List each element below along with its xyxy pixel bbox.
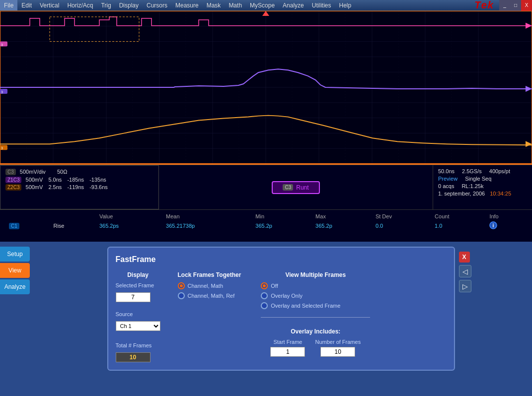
menu-help[interactable]: Help bbox=[335, 0, 355, 10]
start-frame-field: Start Frame bbox=[270, 339, 305, 357]
resolution: 400ps/pt bbox=[489, 168, 510, 174]
num-frames-field: Number of Frames bbox=[315, 339, 361, 357]
view-off-label: Off bbox=[271, 283, 278, 289]
num-frames-input[interactable] bbox=[320, 347, 355, 357]
svg-text:3: 3 bbox=[1, 90, 3, 94]
tab-analyze[interactable]: Analyze bbox=[0, 279, 30, 294]
window-controls: _ □ X bbox=[499, 0, 532, 11]
row-channel: C1 bbox=[5, 220, 49, 231]
time-label: 10:34:25 bbox=[490, 191, 511, 197]
lock-channel-math-ref-radio[interactable] bbox=[178, 292, 185, 299]
timebase: 50.0ns bbox=[438, 168, 455, 174]
tab-setup[interactable]: Setup bbox=[0, 247, 30, 262]
col-type bbox=[49, 212, 95, 220]
menu-edit[interactable]: Edit bbox=[17, 0, 36, 10]
menu-cursors[interactable]: Cursors bbox=[143, 0, 171, 10]
menu-measure[interactable]: Measure bbox=[171, 0, 203, 10]
lock-channel-math[interactable]: Channel, Math bbox=[178, 282, 241, 289]
scope-grid-svg: 3 3 3 bbox=[0, 11, 532, 164]
menu-analyze[interactable]: Analyze bbox=[279, 0, 308, 10]
num-frames-label: Number of Frames bbox=[315, 339, 361, 345]
lock-channel-math-radio[interactable] bbox=[178, 282, 185, 289]
view-off[interactable]: Off bbox=[261, 282, 370, 289]
runt-section: C3 Runt bbox=[159, 165, 433, 209]
col-mean: Mean bbox=[162, 212, 251, 220]
acquisition-status: 50.0ns 2.5GS/s 400ps/pt Preview Single S… bbox=[433, 165, 532, 209]
lock-frames-radio-group: Channel, Math Channel, Math, Ref bbox=[178, 282, 241, 299]
menu-trig[interactable]: Trig bbox=[97, 0, 115, 10]
view-overlay-selected[interactable]: Overlay and Selected Frame bbox=[261, 302, 370, 309]
close-fastframe-button[interactable]: X bbox=[459, 252, 470, 263]
view-overlay-only[interactable]: Overlay Only bbox=[261, 292, 370, 299]
col-info: Info bbox=[485, 212, 527, 220]
menu-display[interactable]: Display bbox=[115, 0, 143, 10]
menu-utilities[interactable]: Utilities bbox=[308, 0, 335, 10]
rl-value: RL:1.25k bbox=[461, 183, 483, 189]
runt-button[interactable]: C3 Runt bbox=[272, 181, 319, 194]
tab-view[interactable]: View bbox=[0, 263, 30, 278]
row-count: 1.0 bbox=[431, 220, 485, 231]
table-row: C1 Rise 365.2ps 365.21738p 365.2p 365.2p… bbox=[5, 220, 527, 231]
row-min: 365.2p bbox=[251, 220, 311, 231]
preview-label: Preview bbox=[438, 176, 457, 182]
start-frame-label: Start Frame bbox=[273, 339, 302, 345]
svg-text:3: 3 bbox=[1, 43, 3, 47]
display-section: Display Selected Frame Source Ch 1 Total… bbox=[116, 271, 160, 362]
total-frames-label: Total # Frames bbox=[116, 342, 160, 348]
start-frame-input[interactable] bbox=[270, 347, 305, 357]
menu-mask[interactable]: Mask bbox=[203, 0, 225, 10]
maximize-button[interactable]: □ bbox=[510, 0, 521, 11]
selected-frame-input[interactable] bbox=[116, 292, 151, 302]
menu-math[interactable]: Math bbox=[225, 0, 246, 10]
lock-channel-math-label: Channel, Math bbox=[188, 283, 224, 289]
menu-horiz-acq[interactable]: Horiz/Acq bbox=[63, 0, 97, 10]
scope-display: 3 3 3 bbox=[0, 11, 532, 165]
panel-content: Display Selected Frame Source Ch 1 Total… bbox=[116, 271, 447, 362]
display-section-title: Display bbox=[116, 271, 160, 278]
source-label: Source bbox=[116, 311, 160, 317]
total-frames-display bbox=[116, 352, 151, 362]
runt-label: Runt bbox=[296, 184, 308, 191]
svg-text:3: 3 bbox=[1, 146, 3, 150]
menu-file[interactable]: File bbox=[0, 0, 17, 10]
source-select[interactable]: Ch 1 bbox=[116, 321, 160, 331]
fastframe-title: FastFrame bbox=[116, 255, 447, 264]
col-max: Max bbox=[311, 212, 372, 220]
z1c3-voltage: 500mV bbox=[26, 177, 43, 183]
menu-vertical[interactable]: Vertical bbox=[36, 0, 63, 10]
menu-myscope[interactable]: MyScope bbox=[246, 0, 279, 10]
z1c3-time3: -135ns bbox=[89, 177, 106, 183]
view-multiple-section: View Multiple Frames Off Overlay Only Ov… bbox=[261, 271, 370, 362]
view-off-radio[interactable] bbox=[261, 282, 268, 289]
date-label: 1. september, 2006 bbox=[438, 191, 485, 197]
view-overlay-selected-radio[interactable] bbox=[261, 302, 268, 309]
view-multiple-radio-group: Off Overlay Only Overlay and Selected Fr… bbox=[261, 282, 370, 309]
minimize-button[interactable]: _ bbox=[499, 0, 510, 11]
z1c3-badge: Z1C3 bbox=[5, 177, 21, 183]
tek-logo: Tek bbox=[474, 0, 494, 11]
row-type: Rise bbox=[49, 220, 95, 231]
col-count: Count bbox=[431, 212, 485, 220]
view-overlay-selected-label: Overlay and Selected Frame bbox=[271, 303, 340, 309]
view-multiple-title: View Multiple Frames bbox=[261, 271, 370, 278]
status-bar: C3 500mV/div 50Ω Z1C3 500mV 5.0ns -185ns… bbox=[0, 165, 532, 209]
next-arrow-button[interactable]: ▷ bbox=[459, 280, 471, 292]
svg-text:i: i bbox=[493, 223, 494, 228]
ch3-badge: C3 bbox=[5, 169, 16, 175]
selected-frame-label: Selected Frame bbox=[116, 282, 160, 288]
col-channel bbox=[5, 212, 49, 220]
z1c3-time2: -185ns bbox=[67, 177, 84, 183]
sidebar-tabs: Setup View Analyze bbox=[0, 247, 30, 294]
close-button[interactable]: X bbox=[521, 0, 532, 11]
z2c3-voltage: 500mV bbox=[26, 184, 43, 190]
prev-arrow-button[interactable]: ◁ bbox=[459, 265, 471, 277]
overlay-includes: Overlay Includes: Start Frame Number of … bbox=[261, 328, 370, 357]
view-overlay-only-radio[interactable] bbox=[261, 292, 268, 299]
c1-badge: C1 bbox=[9, 223, 19, 229]
lock-channel-math-ref[interactable]: Channel, Math, Ref bbox=[178, 292, 241, 299]
ch3-resistance: 50Ω bbox=[57, 169, 67, 175]
z2c3-time3: -93.6ns bbox=[89, 184, 108, 190]
view-overlay-only-label: Overlay Only bbox=[271, 293, 303, 299]
row-info-icon[interactable]: i bbox=[485, 220, 527, 231]
col-value: Value bbox=[95, 212, 162, 220]
